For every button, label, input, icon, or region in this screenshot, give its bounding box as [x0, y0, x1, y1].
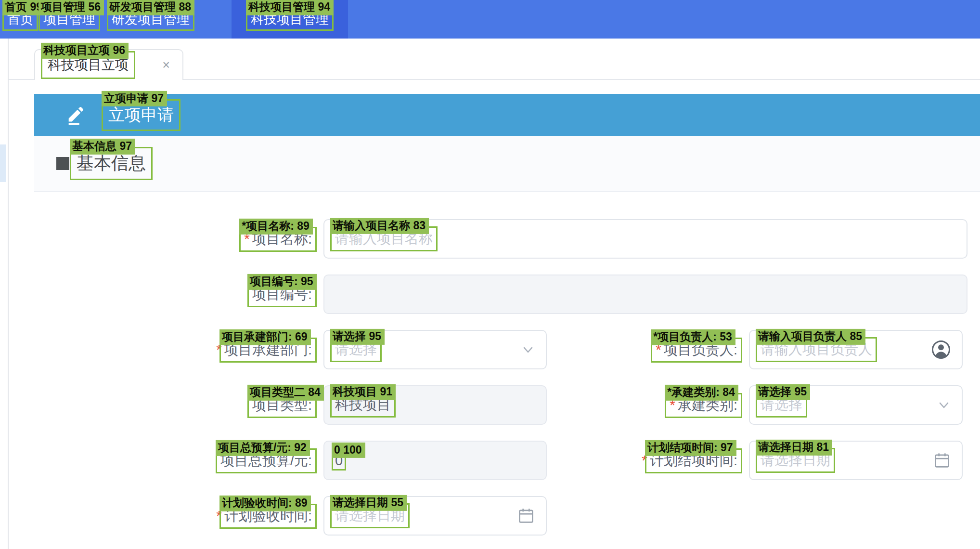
annotation-chip: 项目编号: 95 — [247, 274, 317, 290]
project-type-input: 科技项目 91 科技项目 — [323, 385, 547, 425]
app-screen: 首页 99 首页 项目管理 56 项目管理 研发项目管理 88 研发项目管理 科… — [0, 0, 980, 549]
person-icon[interactable] — [931, 340, 951, 360]
annotation-chip: 项目类型二 84 — [247, 385, 324, 401]
annotation: 基本信息 97 基本信息 — [77, 152, 146, 175]
pencil-icon — [65, 104, 87, 126]
annotation-chip: 科技项目立项 96 — [41, 43, 129, 59]
project-dept-select[interactable]: 请选择 95 请选择 — [323, 330, 547, 369]
annotation-chip: 项目总预算/元: 92 — [216, 440, 310, 456]
label-total-budget: 项目总预算/元: 92 项目总预算/元: — [135, 441, 312, 480]
tab-tech-project-initiation[interactable]: 科技项目立项 96 科技项目立项 × — [34, 49, 183, 80]
annotation: 研发项目管理 88 研发项目管理 — [112, 11, 190, 28]
tab-label: 科技项目立项 — [48, 57, 129, 72]
annotation-chip: 计划验收时间: 89 — [219, 496, 311, 511]
annotation: 项目管理 56 项目管理 — [43, 11, 95, 28]
annotation-chip: *项目负责人: 53 — [651, 329, 735, 345]
annotation-chip: 0 100 — [332, 442, 365, 458]
annotation: 首页 99 首页 — [7, 11, 33, 28]
annotation: *项目负责人: 53 *项目负责人: — [656, 340, 737, 360]
nav-item-tech-project-mgmt[interactable]: 科技项目管理 94 科技项目管理 — [232, 0, 348, 39]
annotation-chip: 研发项目管理 88 — [107, 0, 194, 15]
plan-accept-time-datepicker[interactable]: 请选择日期 55 请选择日期 — [323, 496, 547, 536]
annotation: 科技项目管理 94 科技项目管理 — [251, 11, 329, 28]
annotation: *项目名称: 89 *项目名称: — [244, 230, 312, 249]
annotation: 请输入项目负责人 85 请输入项目负责人 — [761, 340, 872, 359]
left-edge-highlight — [0, 144, 6, 182]
annotation: 请选择日期 55 请选择日期 — [335, 506, 405, 525]
annotation-chip: *承建类别: 84 — [665, 385, 738, 401]
section-bullet-icon — [56, 157, 69, 170]
annotation: 项目编号: 95 项目编号: — [252, 285, 312, 304]
project-code-input — [323, 274, 967, 314]
annotation-chip: 请选择日期 55 — [330, 495, 407, 511]
annotation: 项目承建部门: 69 项目承建部门: — [224, 340, 312, 360]
section-basic-info: 基本信息 97 基本信息 — [34, 136, 980, 192]
annotation: 科技项目 91 科技项目 — [335, 395, 391, 415]
annotation-chip: 基本信息 97 — [70, 139, 135, 155]
annotation-chip: 科技项目 91 — [330, 384, 396, 400]
annotation: 项目总预算/元: 92 项目总预算/元: — [220, 451, 312, 471]
annotation-chip: 请选择日期 81 — [756, 440, 832, 456]
label-project-type: 项目类型二 84 项目类型: — [135, 385, 312, 425]
annotation: 请选择 95 请选择 — [761, 395, 802, 415]
annotation: 计划验收时间: 89 计划验收时间: — [224, 507, 312, 526]
annotation: 项目类型二 84 项目类型: — [252, 396, 312, 415]
plan-end-time-datepicker[interactable]: 请选择日期 81 请选择日期 — [749, 441, 963, 480]
annotation: 计划结项时间: 97 计划结项时间: — [650, 451, 737, 471]
form-header: 立项申请 97 立项申请 — [34, 94, 980, 136]
annotation: 请选择日期 81 请选择日期 — [761, 451, 830, 470]
left-divider — [8, 39, 9, 549]
annotation: 立项申请 97 立项申请 — [108, 104, 174, 126]
annotation-chip: 请选择 95 — [756, 384, 810, 400]
annotation: 科技项目立项 96 科技项目立项 — [48, 56, 129, 74]
total-budget-input: 0 100 0 — [323, 441, 547, 480]
top-navbar: 首页 99 首页 项目管理 56 项目管理 研发项目管理 88 研发项目管理 科… — [0, 0, 980, 39]
label-build-category: *承建类别: 84 *承建类别: — [558, 385, 737, 425]
nav-item-project-mgmt[interactable]: 项目管理 56 项目管理 — [42, 0, 96, 39]
build-category-select[interactable]: 请选择 95 请选择 — [749, 385, 963, 425]
annotation: 请输入项目名称 83 请输入项目名称 — [335, 229, 433, 248]
chevron-down-icon — [937, 398, 951, 412]
tab-close-icon[interactable]: × — [162, 59, 170, 72]
annotation-chip: 计划结项时间: 97 — [645, 440, 736, 456]
annotation: *承建类别: 84 *承建类别: — [670, 396, 737, 415]
project-name-input[interactable]: 请输入项目名称 83 请输入项目名称 — [323, 219, 967, 259]
annotation-chip: 请输入项目名称 83 — [330, 218, 429, 234]
annotation-chip: *项目名称: 89 — [239, 219, 313, 235]
chevron-down-icon — [521, 342, 535, 357]
label-project-name: *项目名称: 89 *项目名称: — [135, 219, 312, 259]
label-plan-end-time: * 计划结项时间: 97 计划结项时间: — [558, 441, 737, 480]
nav-item-home[interactable]: 首页 99 首页 — [5, 0, 36, 39]
annotation-chip: 项目管理 56 — [39, 0, 104, 15]
label-plan-accept-time: * 计划验收时间: 89 计划验收时间: — [135, 496, 312, 536]
label-project-code: 项目编号: 95 项目编号: — [135, 274, 312, 314]
form-header-title: 立项申请 — [108, 105, 174, 124]
annotation-chip: 科技项目管理 94 — [246, 0, 334, 15]
annotation-chip: 项目承建部门: 69 — [219, 329, 311, 345]
calendar-icon — [933, 451, 951, 470]
section-title: 基本信息 — [77, 153, 146, 173]
label-project-dept: * 项目承建部门: 69 项目承建部门: — [135, 330, 312, 369]
calendar-icon — [517, 507, 535, 525]
annotation: 0 100 0 — [335, 453, 343, 469]
project-leader-input[interactable]: 请输入项目负责人 85 请输入项目负责人 — [749, 330, 963, 369]
annotation-chip: 请输入项目负责人 85 — [756, 329, 865, 345]
annotation: 请选择 95 请选择 — [335, 340, 377, 359]
label-project-leader: *项目负责人: 53 *项目负责人: — [558, 330, 737, 369]
annotation-chip: 立项申请 97 — [102, 91, 167, 106]
annotation-chip: 请选择 95 — [330, 329, 385, 345]
nav-item-rd-project-mgmt[interactable]: 研发项目管理 88 研发项目管理 — [109, 0, 192, 39]
